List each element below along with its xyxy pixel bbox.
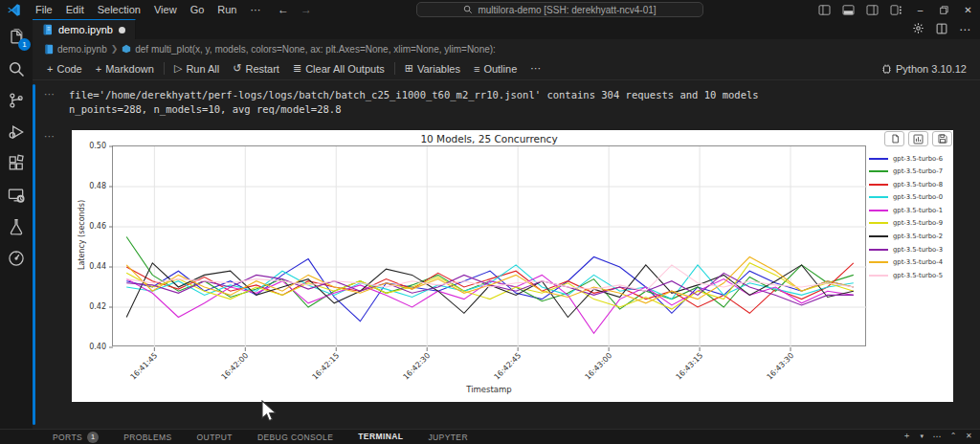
output-hover-toolbar xyxy=(884,131,952,146)
run-all-button[interactable]: ▷Run All xyxy=(167,58,226,79)
output-collapse-button[interactable]: ⋯ xyxy=(44,130,56,143)
customize-layout-icon[interactable] xyxy=(884,0,908,19)
x-tick-label: 16:42:15 xyxy=(311,351,342,382)
legend-label: gpt-3.5-turbo-4 xyxy=(893,258,943,266)
x-tick-label: 16:42:30 xyxy=(402,351,433,382)
search-icon xyxy=(463,5,473,14)
maximize-panel-icon[interactable]: ⌃ xyxy=(950,432,957,440)
mouse-cursor xyxy=(260,400,277,423)
legend-entry: gpt-3.5-turbo-9 xyxy=(869,219,943,228)
plot-area xyxy=(112,145,866,346)
split-editor-icon[interactable] xyxy=(936,21,947,38)
variables-icon: ⊞ xyxy=(405,62,413,75)
panel-tab-output[interactable]: OUTPUT xyxy=(197,430,233,444)
panel-more-icon[interactable]: ⋯ xyxy=(932,432,941,441)
menu-[interactable]: ⋯ xyxy=(244,0,268,19)
outline-button[interactable]: ≡Outline xyxy=(467,58,523,79)
clear-all-outputs-button[interactable]: ≣Clear All Outputs xyxy=(286,58,391,79)
toggle-secondary-sidebar-icon[interactable] xyxy=(860,0,884,19)
panel-tab-jupyter[interactable]: JUPYTER xyxy=(428,430,468,444)
legend-swatch xyxy=(869,261,888,263)
panel-tab-problems[interactable]: PROBLEMS xyxy=(123,430,171,444)
x-tick-label: 16:43:30 xyxy=(766,351,796,382)
y-tick-label: 0.42 xyxy=(74,302,106,311)
menu-edit[interactable]: Edit xyxy=(59,0,91,19)
restore-button[interactable] xyxy=(932,0,956,19)
notebook-icon xyxy=(44,44,54,55)
breadcrumb-symbol[interactable]: def multi_plot(x, y, models, colors=None… xyxy=(135,44,496,55)
toggle-panel-icon[interactable] xyxy=(836,0,860,19)
panel-tab-terminal[interactable]: TERMINAL xyxy=(358,430,403,444)
modified-dot-icon[interactable] xyxy=(119,27,125,33)
gear-icon[interactable] xyxy=(912,21,924,38)
legend-swatch xyxy=(869,235,888,237)
toggle-sidebar-icon[interactable] xyxy=(813,0,836,19)
clear-outputs-icon: ≣ xyxy=(293,62,301,75)
source-control-icon[interactable] xyxy=(7,91,26,110)
nav-forward-icon[interactable]: → xyxy=(301,3,312,16)
legend-entry: gpt-3.5-turbo-2 xyxy=(869,233,943,241)
command-center-search[interactable]: multilora-demo [SSH: derekhyatt-ncv4-01] xyxy=(416,2,703,17)
menu-selection[interactable]: Selection xyxy=(91,0,147,19)
explorer-icon[interactable]: 1 xyxy=(7,28,26,47)
notebook-toolbar: +Code +Markdown ▷Run All ↺Restart ≣Clear… xyxy=(33,57,980,80)
legend-label: gpt-3.5-turbo-8 xyxy=(893,181,943,189)
legend-swatch xyxy=(869,170,888,172)
save-plot-button[interactable] xyxy=(932,131,952,146)
series-line xyxy=(126,237,854,310)
gauge-extension-icon[interactable] xyxy=(7,249,26,268)
restart-button[interactable]: ↺Restart xyxy=(226,58,286,79)
chart-title: 10 Models, 25 Concurrency xyxy=(112,133,866,144)
minimize-button[interactable]: – xyxy=(908,0,932,19)
breadcrumb-file[interactable]: demo.ipynb xyxy=(57,44,107,55)
terminal-dropdown-icon[interactable]: ▾ xyxy=(920,433,924,440)
x-tick-label: 16:42:45 xyxy=(493,351,523,382)
focused-cell-indicator xyxy=(33,84,35,425)
panel-tab-debug-console[interactable]: DEBUG CONSOLE xyxy=(257,430,333,444)
run-debug-icon[interactable] xyxy=(7,122,26,142)
explorer-badge: 1 xyxy=(18,38,31,51)
notebook-icon xyxy=(42,24,53,35)
new-terminal-button[interactable]: ＋ xyxy=(902,430,911,442)
panel-tab-badge: 1 xyxy=(87,432,99,443)
close-panel-icon[interactable]: ✕ xyxy=(966,432,972,440)
legend-entry: gpt-3.5-turbo-8 xyxy=(869,180,943,189)
close-window-button[interactable]: ✕ xyxy=(956,0,980,19)
x-tick-label: 16:42:00 xyxy=(220,351,251,382)
editor-more-icon[interactable]: ⋯ xyxy=(959,23,970,36)
menu-file[interactable]: File xyxy=(29,0,59,19)
toolbar-more-button[interactable]: ⋯ xyxy=(523,58,547,79)
outline-icon: ≡ xyxy=(474,63,479,75)
nav-back-icon[interactable]: ← xyxy=(278,3,289,16)
remote-explorer-icon[interactable] xyxy=(7,186,26,205)
cell-output-text: file='/home/derekhyatt/perf-logs/logs/ba… xyxy=(69,88,759,117)
legend-swatch xyxy=(869,222,888,224)
menu-bar: FileEditSelectionViewGoRun⋯ xyxy=(29,0,268,19)
activity-bar: 1 xyxy=(0,19,33,429)
add-code-cell-button[interactable]: +Code xyxy=(40,58,89,79)
kernel-icon xyxy=(881,63,892,75)
chart-legend: gpt-3.5-turbo-6gpt-3.5-turbo-7gpt-3.5-tu… xyxy=(869,154,943,279)
search-sidebar-icon[interactable] xyxy=(7,59,26,78)
variables-button[interactable]: ⊞Variables xyxy=(398,58,467,79)
extensions-icon[interactable] xyxy=(7,154,26,173)
output-collapse-button[interactable]: ⋯ xyxy=(44,88,56,100)
toolbar-divider xyxy=(164,62,165,75)
legend-label: gpt-3.5-turbo-6 xyxy=(893,155,943,163)
y-tick-label: 0.40 xyxy=(74,343,106,351)
menu-view[interactable]: View xyxy=(147,0,184,19)
legend-label: gpt-3.5-turbo-9 xyxy=(893,219,943,227)
breadcrumb: demo.ipynb ❯ def multi_plot(x, y, models… xyxy=(33,41,980,56)
kernel-picker[interactable]: Python 3.10.12 xyxy=(881,57,967,80)
vscode-logo-icon xyxy=(7,3,21,17)
legend-swatch xyxy=(869,210,888,211)
menu-run[interactable]: Run xyxy=(211,0,243,19)
editor-tab-bar: demo.ipynb xyxy=(33,19,980,39)
open-plot-viewer-button[interactable] xyxy=(908,131,928,146)
panel-tab-ports[interactable]: PORTS1 xyxy=(53,430,99,444)
tab-demo-ipynb[interactable]: demo.ipynb xyxy=(33,19,136,39)
testing-icon[interactable] xyxy=(7,217,26,236)
menu-go[interactable]: Go xyxy=(184,0,212,19)
add-markdown-cell-button[interactable]: +Markdown xyxy=(89,58,161,79)
copy-output-button[interactable] xyxy=(884,131,904,146)
